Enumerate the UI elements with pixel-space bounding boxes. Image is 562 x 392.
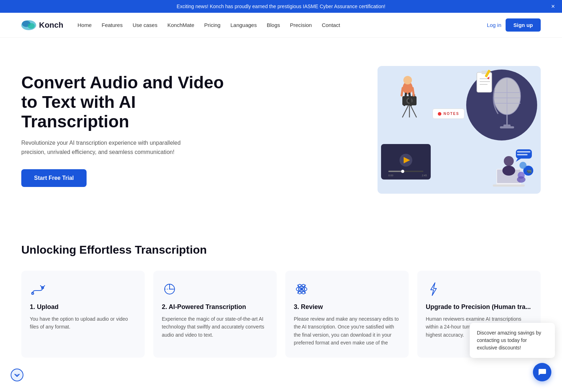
nav-home[interactable]: Home [77,22,92,28]
start-free-trial-button[interactable]: Start Free Trial [21,169,87,187]
nav-precision[interactable]: Precision [290,22,312,28]
discount-popup: Discover amazing savings by contacting u… [470,323,555,358]
svg-marker-45 [516,159,521,162]
hero-illustration: NOTES 0:00 2:45 [378,66,541,194]
steps-grid: 1. Upload You have the option to upload … [21,271,541,358]
svg-point-36 [401,170,404,173]
video-player-icon: 0:00 2:45 [383,146,429,178]
nav-blogs[interactable]: Blogs [267,22,280,28]
svg-text:2:45: 2:45 [422,174,427,177]
logo[interactable]: Konch [21,20,63,30]
hero-section: Convert Audio and Video to Text with AI … [0,38,562,222]
nav-features[interactable]: Features [101,22,122,28]
unlocking-title: Unlocking Effortless Transcription [21,243,541,256]
notes-dot [438,112,441,116]
svg-point-42 [504,156,514,166]
banner-close-button[interactable]: × [551,3,555,10]
navbar: Konch Home Features Use cases KonchMate … [0,13,562,38]
svg-text:📹: 📹 [527,168,532,173]
step-ai-card: 2. AI-Powered Transcription Experience t… [153,271,277,358]
discount-popup-text: Discover amazing savings by contacting u… [477,330,541,350]
logo-text: Konch [39,21,63,30]
upload-icon [30,281,45,297]
logo-icon [21,20,36,30]
svg-point-2 [28,23,35,29]
step-upload-card: 1. Upload You have the option to upload … [21,271,145,358]
svg-point-26 [403,76,412,84]
svg-line-27 [402,88,403,95]
svg-point-43 [502,166,515,176]
ai-icon [162,281,177,297]
top-banner: Exciting news! Konch has proudly earned … [0,0,562,13]
svg-rect-47 [517,154,528,155]
review-icon [294,281,309,297]
svg-rect-46 [517,151,530,153]
svg-rect-4 [500,126,514,128]
notes-label: NOTES [443,112,459,116]
step-3-title: 3. Review [294,303,400,311]
svg-rect-35 [389,171,403,172]
login-button[interactable]: Log in [487,22,501,28]
precision-icon [426,281,441,297]
svg-rect-5 [506,114,508,125]
nav-languages[interactable]: Languages [230,22,257,28]
step-2-title: 2. AI-Powered Transcription [162,303,268,311]
signup-button[interactable]: Sign up [506,18,541,32]
step-1-title: 1. Upload [30,303,136,311]
nav-pricing[interactable]: Pricing [204,22,221,28]
step-3-desc: Please review and make any necessary edi… [294,315,400,347]
nav-use-cases[interactable]: Use cases [133,22,158,28]
svg-line-28 [413,88,414,95]
nav-links: Home Features Use cases KonchMate Pricin… [77,22,487,28]
nav-contact[interactable]: Contact [322,22,340,28]
svg-point-52 [517,176,525,183]
svg-line-30 [409,94,411,105]
notes-card: NOTES [432,109,464,119]
clipboard-icon [475,70,495,94]
hero-title: Convert Audio and Video to Text with AI … [21,73,227,132]
video-card: 0:00 2:45 [381,144,431,180]
hero-content: Convert Audio and Video to Text with AI … [21,73,227,187]
hero-image: NOTES 0:00 2:45 [227,66,541,194]
camera-person-icon [388,71,431,121]
svg-rect-41 [493,184,525,187]
step-2-desc: Experience the magic of our state-of-the… [162,315,268,339]
step-4-title: Upgrade to Precision (Human tra... [426,303,532,311]
nav-actions: Log in Sign up [487,18,541,32]
svg-point-50 [519,162,527,169]
svg-text:0:00: 0:00 [389,174,393,177]
step-review-card: 3. Review Please review and make any nec… [285,271,409,358]
banner-text: Exciting news! Konch has proudly earned … [177,4,385,9]
svg-line-29 [404,94,406,105]
step-1-desc: You have the option to upload audio or v… [30,315,136,331]
nav-konchmate[interactable]: KonchMate [167,22,194,28]
svg-rect-11 [477,72,492,92]
chat-group-icon: 📹 [486,144,535,190]
hero-subtitle: Revolutionize your AI transcription expe… [21,138,192,156]
